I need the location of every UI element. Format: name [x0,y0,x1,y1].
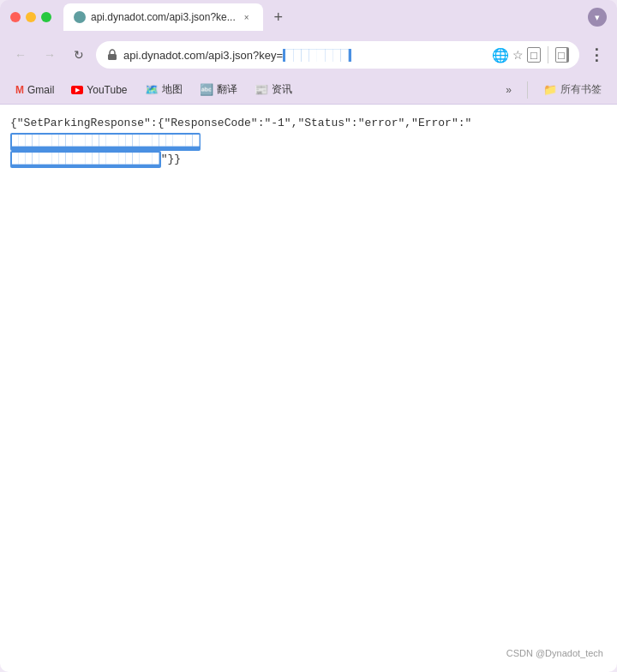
bookmark-translate[interactable]: 🔤 翻译 [193,79,244,100]
youtube-icon: ▶ [71,86,83,94]
bookmark-news-label: 资讯 [272,82,292,97]
nav-bar: ← → ↻ api.dynadot.com/api3.json?key=████… [0,34,617,75]
json-suffix: "}} [161,151,181,169]
reload-button[interactable]: ↻ [67,43,91,67]
translate-bookmark-icon: 🔤 [200,83,213,96]
active-tab[interactable]: api.dynadot.com/api3.json?ke... × [63,3,263,31]
bookmark-maps[interactable]: 🗺️ 地图 [138,79,189,100]
tab-title: api.dynadot.com/api3.json?ke... [91,11,236,23]
secure-icon [106,49,118,61]
close-button[interactable] [10,12,21,22]
address-bar[interactable]: api.dynadot.com/api3.json?key=████████ 🌐… [96,41,579,69]
all-bookmarks-button[interactable]: 📁 所有书签 [536,79,608,100]
browser-window: api.dynadot.com/api3.json?ke... × + ▾ ← … [0,0,617,672]
chrome-dropdown-button[interactable]: ▾ [588,8,607,27]
gmail-icon: M [15,84,24,96]
page-content: {"SetParkingResponse":{"ResponseCode":"-… [0,105,617,672]
window-controls: ▾ [588,8,607,27]
watermark: CSDN @Dynadot_tech [506,648,603,658]
bookmark-youtube-label: YouTube [87,84,127,96]
json-error-highlight-1: ████████████████████████████ [10,133,201,151]
title-bar: api.dynadot.com/api3.json?ke... × + ▾ [0,0,617,34]
bookmark-translate-label: 翻译 [217,82,237,97]
folder-icon: 📁 [543,83,557,96]
split-view-icon[interactable]: □ [555,47,569,63]
tab-close-button[interactable]: × [241,11,253,23]
maximize-button[interactable] [41,12,51,22]
bookmark-youtube[interactable]: ▶ YouTube [64,81,134,99]
bookmarks-divider [527,81,528,99]
bookmarks-more-button[interactable]: » [499,81,518,99]
json-error-highlight-2: ██████████████████████ [10,151,161,169]
tab-area: api.dynadot.com/api3.json?ke... × + [63,3,581,31]
menu-button[interactable]: ⋮ [584,43,608,67]
new-tab-button[interactable]: + [267,5,291,29]
maps-icon: 🗺️ [145,83,159,96]
forward-button[interactable]: → [38,43,62,67]
bookmarks-bar: M Gmail ▶ YouTube 🗺️ 地图 🔤 翻译 📰 资讯 » 📁 [0,75,617,105]
translate-icon[interactable]: 🌐 [492,47,509,63]
back-button[interactable]: ← [9,43,33,67]
url-highlight: ████████ [283,49,351,62]
bookmark-maps-label: 地图 [162,82,183,97]
bookmark-sidebar-icon[interactable]: □ [527,47,541,63]
bookmark-news[interactable]: 📰 资讯 [248,79,299,100]
bookmark-gmail[interactable]: M Gmail [9,81,61,99]
address-text: api.dynadot.com/api3.json?key=████████ [123,49,487,62]
all-bookmarks-label: 所有书签 [560,82,602,97]
json-prefix: {"SetParkingResponse":{"ResponseCode":"-… [10,115,471,133]
news-icon: 📰 [255,83,268,96]
tab-favicon [74,11,86,23]
json-response-line-2: ██████████████████████"}} [10,151,607,169]
minimize-button[interactable] [26,12,36,22]
svg-rect-0 [108,54,117,60]
traffic-lights [10,12,51,22]
url-text: api.dynadot.com/api3.json?key= [123,49,283,62]
json-response-line: {"SetParkingResponse":{"ResponseCode":"-… [10,115,607,151]
bookmark-gmail-label: Gmail [27,84,54,96]
address-bar-icons: 🌐 ☆ □ □ [492,46,569,63]
star-icon[interactable]: ☆ [512,48,524,62]
